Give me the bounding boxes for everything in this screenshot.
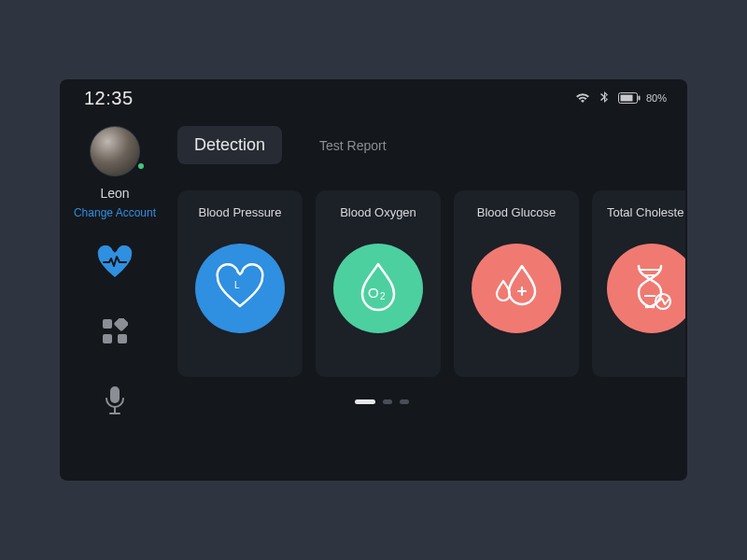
card-title: Blood Pressure bbox=[199, 205, 282, 219]
svg-rect-2 bbox=[638, 96, 640, 101]
pager-dot-1[interactable] bbox=[355, 399, 375, 404]
card-blood-oxygen[interactable]: Blood Oxygen O2 bbox=[316, 190, 441, 377]
dna-icon bbox=[627, 260, 676, 316]
sidebar: Leon Change Account bbox=[60, 117, 170, 481]
card-blood-pressure[interactable]: Blood Pressure L bbox=[177, 190, 303, 377]
grid-apps-icon bbox=[102, 318, 128, 348]
svg-rect-1 bbox=[620, 95, 632, 102]
tabs: Detection Test Report bbox=[170, 126, 687, 164]
svg-rect-3 bbox=[103, 319, 112, 329]
svg-text:L: L bbox=[234, 280, 240, 290]
card-total-cholesterol[interactable]: Total Choleste bbox=[592, 190, 685, 377]
svg-rect-6 bbox=[114, 318, 128, 331]
page-indicator[interactable] bbox=[170, 399, 687, 404]
detection-cards[interactable]: Blood Pressure L Blood Oxygen O2 bbox=[170, 190, 687, 377]
body: Leon Change Account bbox=[60, 117, 687, 481]
battery-percent: 80% bbox=[646, 92, 667, 104]
bluetooth-icon bbox=[599, 91, 609, 105]
main-content: Detection Test Report Blood Pressure L B… bbox=[170, 117, 687, 481]
tab-test-report[interactable]: Test Report bbox=[303, 129, 403, 162]
username: Leon bbox=[100, 186, 129, 201]
card-circle bbox=[472, 244, 561, 333]
oxygen-drop-icon: O2 bbox=[355, 260, 402, 316]
battery-icon bbox=[618, 92, 641, 104]
svg-text:2: 2 bbox=[380, 291, 386, 301]
avatar-image bbox=[90, 126, 140, 176]
app-window: 12:35 80% Leon Change Account bbox=[60, 79, 687, 481]
status-bar: 12:35 80% bbox=[60, 79, 687, 117]
sidebar-nav bbox=[94, 245, 135, 421]
pager-dot-2[interactable] bbox=[383, 399, 392, 404]
nav-health[interactable] bbox=[94, 245, 135, 283]
status-icons: 80% bbox=[575, 91, 667, 105]
nav-apps[interactable] bbox=[94, 315, 135, 352]
card-circle: O2 bbox=[333, 244, 423, 333]
pager-dot-3[interactable] bbox=[400, 399, 409, 404]
presence-dot-icon bbox=[136, 161, 146, 171]
microphone-icon bbox=[105, 385, 125, 419]
card-blood-glucose[interactable]: Blood Glucose bbox=[454, 190, 579, 377]
card-circle bbox=[607, 244, 685, 333]
tab-detection[interactable]: Detection bbox=[177, 126, 282, 164]
heart-outline-icon: L bbox=[214, 263, 266, 314]
card-circle: L bbox=[195, 244, 285, 333]
svg-rect-7 bbox=[110, 386, 120, 403]
svg-rect-4 bbox=[103, 334, 112, 343]
change-account-link[interactable]: Change Account bbox=[74, 206, 156, 219]
heart-pulse-icon bbox=[96, 245, 134, 283]
battery-indicator: 80% bbox=[618, 92, 667, 104]
svg-text:O: O bbox=[368, 285, 379, 301]
blood-drops-icon bbox=[490, 260, 543, 316]
svg-rect-5 bbox=[118, 334, 127, 343]
avatar[interactable] bbox=[90, 126, 140, 176]
card-title: Blood Glucose bbox=[477, 205, 557, 219]
wifi-icon bbox=[575, 92, 590, 104]
nav-voice[interactable] bbox=[94, 384, 135, 421]
card-title: Total Choleste bbox=[607, 205, 684, 219]
clock: 12:35 bbox=[84, 88, 134, 109]
card-title: Blood Oxygen bbox=[340, 205, 416, 219]
